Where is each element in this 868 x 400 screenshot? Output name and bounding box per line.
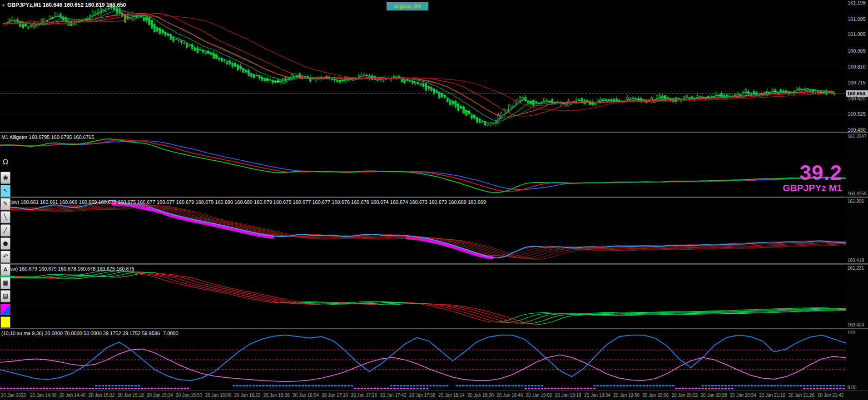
indicator-value: 39.2 <box>783 163 842 183</box>
time-axis-label: 20 Jan 18:46 <box>496 393 523 398</box>
axis-tick: 161.005 <box>848 31 866 37</box>
pane-separator[interactable] <box>0 132 868 133</box>
time-axis-label: 20 Jan 20:38 <box>701 393 727 398</box>
pane-oscillator[interactable] <box>0 329 846 390</box>
time-axis-label: 20 Jan 17:10 <box>322 393 348 398</box>
time-axis-label: 20 Jan 15:02 <box>89 393 115 398</box>
axis-tick: 161.206 <box>848 199 864 204</box>
indicator-symbol: GBPJPYz M1 <box>783 183 842 193</box>
time-axis-label: 20 Jan 17:26 <box>351 393 377 398</box>
bid-price-badge: 160.650 <box>846 90 868 97</box>
headset-icon: Ω <box>0 156 11 168</box>
time-axis-label: 20 Jan 21:10 <box>759 393 785 398</box>
time-axis-label: 20 Jan 17:58 <box>409 393 436 398</box>
time-axis-label: 20 Jan 19:50 <box>613 393 640 398</box>
axis-tick: 161.195 <box>848 0 866 5</box>
time-axis-label: 20 Jan 16:22 <box>234 393 261 398</box>
time-axis-label: 20 Jan 15:50 <box>176 393 202 398</box>
time-axis-label: 20 Jan 18:30 <box>467 393 494 398</box>
axis-tick: 160.810 <box>848 64 866 69</box>
trendline-icon[interactable]: ╲ <box>0 211 10 223</box>
magenta-blue-swatch[interactable] <box>0 304 10 315</box>
time-axis[interactable]: 20 Jan 202320 Jan 14:3020 Jan 14:4620 Ja… <box>0 390 868 400</box>
axis-tick: 161.2247 <box>848 134 867 139</box>
time-axis-label: 20 Jan 16:54 <box>293 393 319 398</box>
symbol-period-label: GBPJPYz,M1 <box>7 2 41 8</box>
axis-tick: 160.4258 <box>848 191 867 197</box>
text-icon[interactable]: A <box>0 264 10 276</box>
undo-icon[interactable]: ↶ <box>0 251 10 263</box>
oscillator-pane-label: (10,10 xu ma 9,36) 30.0000 70.0000 50.00… <box>1 331 179 336</box>
time-axis-label: 20 Jan 2023 <box>1 393 26 398</box>
axis-tick: 160.715 <box>848 80 866 85</box>
alligator-pane-label: M1 Alligator 160.6795 160.6795 160.6765 <box>1 134 94 140</box>
time-axis-label: 20 Jan 15:18 <box>118 393 144 398</box>
time-axis-label: 20 Jan 20:06 <box>642 393 669 398</box>
time-axis-label: 20 Jan 21:26 <box>788 393 814 398</box>
trading-chart-window: ▼GBPJPYz,M1 160.646 160.652 160.619 160.… <box>0 0 868 400</box>
time-axis-label: 20 Jan 18:14 <box>438 393 465 398</box>
channel-icon[interactable]: ╱ <box>0 224 10 237</box>
alligator-toggle-button[interactable]: aligator ON <box>387 2 428 10</box>
eye-icon[interactable]: ◉ <box>0 172 10 184</box>
time-axis-label: 20 Jan 14:46 <box>59 393 85 398</box>
cor-pane-label: cor(sw) 160.679 160.679 160.678 160.678 … <box>1 266 134 272</box>
time-axis-label: 20 Jan 20:22 <box>672 393 698 398</box>
grid-icon[interactable]: ▦ <box>0 277 10 289</box>
yellow-swatch[interactable] <box>0 316 10 328</box>
time-axis-label: 20 Jan 15:34 <box>147 393 173 398</box>
pencil-icon[interactable]: ✎ <box>0 198 10 210</box>
pane-ma-ribbon[interactable] <box>0 198 846 263</box>
chart-title: ▼GBPJPYz,M1 160.646 160.652 160.619 160.… <box>1 2 126 8</box>
axis-tick: 161.095 <box>848 16 866 22</box>
axis-tick: 160.424 <box>848 322 864 328</box>
time-axis-label: 20 Jan 21:42 <box>818 393 844 398</box>
time-axis-label: 20 Jan 14:30 <box>30 393 56 398</box>
drawing-toolbar: Ω◉↖✎╲╱●↶A▦▤ <box>0 156 12 328</box>
pane-price-chart[interactable] <box>0 0 846 132</box>
time-axis-label: 20 Jan 19:18 <box>555 393 581 398</box>
time-axis-label: 20 Jan 19:02 <box>526 393 552 398</box>
time-axis-label: 20 Jan 19:34 <box>584 393 610 398</box>
axis-tick: 160.419 <box>848 258 864 263</box>
ellipse-icon[interactable]: ● <box>0 237 10 250</box>
indicator-readout: 39.2 GBPJPYz M1 <box>783 163 842 193</box>
time-axis-label: 20 Jan 17:42 <box>380 393 407 398</box>
time-axis-label: 20 Jan 20:54 <box>730 393 756 398</box>
time-axis-label: 20 Jan 16:38 <box>263 393 290 398</box>
time-axis-label: 20 Jan 16:06 <box>205 393 231 398</box>
cursor-icon[interactable]: ↖ <box>0 185 10 197</box>
pane-separator[interactable] <box>0 197 868 198</box>
axis-tick: 161.231 <box>848 266 864 271</box>
page-icon[interactable]: ▤ <box>0 290 10 302</box>
pane-cor-ribbon[interactable] <box>0 265 846 328</box>
ohlc-values: 160.646 160.652 160.619 160.650 <box>43 2 126 8</box>
pane-alligator[interactable] <box>0 133 846 197</box>
price-axis[interactable]: 160.650 161.195161.095161.005160.905160.… <box>846 0 868 390</box>
axis-tick: 0.00 <box>848 385 856 390</box>
axis-tick: 160.525 <box>848 111 866 117</box>
chevron-down-icon[interactable]: ▼ <box>1 3 5 8</box>
pane-separator[interactable] <box>0 328 868 329</box>
ma-pane-label: ma (sw) 160.661 160.661 160.669 160.669 … <box>1 199 486 205</box>
axis-tick: 160.905 <box>848 48 866 54</box>
pane-separator[interactable] <box>0 263 868 265</box>
axis-tick: 110 <box>848 330 855 336</box>
